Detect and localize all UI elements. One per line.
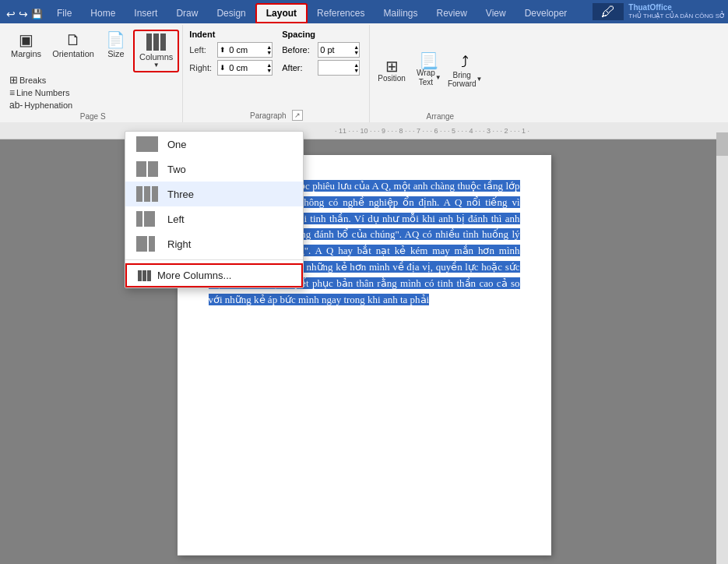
page-setup-label: Page S bbox=[6, 111, 179, 121]
spacing-before-down-btn[interactable]: ▼ bbox=[353, 50, 359, 55]
bring-forward-label: Bring Forward bbox=[448, 71, 477, 88]
columns-button[interactable]: Columns ▼ bbox=[133, 30, 179, 72]
orientation-button[interactable]: 🗋 Orientation bbox=[47, 30, 99, 61]
wrap-text-arrow: ▼ bbox=[435, 74, 441, 82]
bring-forward-icon: ⤴ bbox=[461, 53, 469, 71]
tab-bar: ↩ ↪ 💾 File Home Insert Draw Design Layou… bbox=[0, 0, 728, 23]
undo-icon[interactable]: ↩ bbox=[6, 8, 16, 20]
ribbon-group-arrange: ⊞ Position 📃 Wrap Text ▼ ⤴ Bring Forward… bbox=[370, 25, 510, 122]
indent-left-input[interactable] bbox=[227, 43, 266, 57]
columns-two-item[interactable]: Two bbox=[125, 157, 303, 182]
columns-three-label: Three bbox=[167, 189, 194, 200]
hyphenation-button[interactable]: Hyphenation bbox=[24, 100, 72, 110]
tab-home[interactable]: Home bbox=[81, 3, 125, 23]
indent-left-down-btn[interactable]: ▼ bbox=[266, 50, 272, 55]
one-col-icon bbox=[136, 136, 158, 152]
tab-design[interactable]: Design bbox=[207, 3, 255, 23]
spacing-before-label: Before: bbox=[282, 45, 315, 55]
columns-right-item[interactable]: Right bbox=[125, 231, 303, 256]
tab-mailings[interactable]: Mailings bbox=[374, 3, 427, 23]
indent-right-label: Right: bbox=[189, 63, 214, 72]
more-columns-item[interactable]: More Columns... bbox=[125, 263, 303, 287]
spacing-after-label: After: bbox=[282, 63, 315, 72]
indent-right-arrow: ⬇ bbox=[218, 64, 227, 72]
columns-dropdown: One Two Three Left bbox=[125, 131, 304, 288]
columns-dropdown-arrow: ▼ bbox=[153, 62, 160, 69]
save-icon[interactable]: 💾 bbox=[31, 9, 43, 19]
size-button[interactable]: 📄 Size bbox=[100, 30, 132, 61]
paragraph-expand-btn[interactable]: ↗ bbox=[292, 110, 303, 121]
columns-left-label: Left bbox=[167, 213, 185, 225]
tab-developer[interactable]: Developer bbox=[515, 3, 577, 23]
spacing-before-input[interactable] bbox=[318, 43, 353, 57]
wrap-text-icon: 📃 bbox=[419, 53, 438, 69]
position-button[interactable]: ⊞ Position bbox=[373, 56, 410, 85]
tab-draw[interactable]: Draw bbox=[167, 3, 207, 23]
tab-review[interactable]: Review bbox=[427, 3, 476, 23]
logo-text: ThuatOffice bbox=[628, 3, 725, 12]
tab-insert[interactable]: Insert bbox=[125, 3, 167, 23]
more-columns-label: More Columns... bbox=[157, 270, 231, 281]
columns-three-item[interactable]: Three bbox=[125, 182, 303, 206]
line-numbers-icon: ≡ bbox=[9, 87, 15, 98]
indent-right-down-btn[interactable]: ▼ bbox=[266, 68, 272, 73]
margins-button[interactable]: ▣ Margins bbox=[6, 30, 46, 61]
hyphenation-icon: ab- bbox=[9, 100, 23, 111]
three-col-icon bbox=[136, 186, 158, 202]
two-col-icon bbox=[136, 161, 158, 177]
wrap-text-button[interactable]: Wrap Text ▼ bbox=[413, 69, 445, 87]
columns-one-item[interactable]: One bbox=[125, 132, 303, 157]
tab-view[interactable]: View bbox=[477, 3, 515, 23]
position-icon: ⊞ bbox=[385, 58, 399, 74]
orientation-icon: 🗋 bbox=[65, 32, 81, 48]
columns-icon bbox=[146, 33, 166, 51]
tab-references[interactable]: References bbox=[308, 3, 374, 23]
wrap-text-label: Wrap Text bbox=[417, 69, 435, 87]
dropdown-separator bbox=[125, 259, 303, 260]
right-col-icon bbox=[136, 236, 158, 252]
tab-layout[interactable]: Layout bbox=[255, 3, 308, 23]
columns-two-label: Two bbox=[167, 164, 186, 175]
indent-header: Indent bbox=[189, 30, 273, 39]
spacing-header: Spacing bbox=[282, 30, 360, 39]
margins-icon: ▣ bbox=[19, 32, 33, 48]
columns-left-item[interactable]: Left bbox=[125, 206, 303, 231]
paragraph-label: Paragraph ↗ bbox=[186, 108, 366, 121]
logo-sub: THỦ THUẬT CỦA DÂN CÔNG SỞ bbox=[628, 12, 725, 20]
bring-forward-arrow: ▼ bbox=[477, 76, 483, 83]
document-area: Câu chuyện kể lại cuộc phiêu lưu của A Q… bbox=[0, 139, 728, 564]
vertical-scrollbar[interactable] bbox=[716, 132, 728, 564]
ribbon-group-paragraph: Indent Left: ⬆ ▲ ▼ Right: bbox=[183, 25, 370, 122]
spacing-after-input[interactable] bbox=[318, 61, 353, 75]
left-col-icon bbox=[136, 211, 158, 227]
columns-one-label: One bbox=[167, 139, 187, 150]
spacing-before-up-btn[interactable]: ▲ bbox=[353, 44, 359, 50]
breaks-button[interactable]: Breaks bbox=[19, 76, 46, 85]
arrange-label: Arrange bbox=[373, 111, 507, 121]
ribbon-group-page-setup: ▣ Margins 🗋 Orientation 📄 Size bbox=[3, 25, 183, 122]
size-icon: 📄 bbox=[106, 32, 125, 48]
indent-left-arrow-up: ⬆ bbox=[218, 46, 227, 54]
tab-file[interactable]: File bbox=[47, 3, 81, 23]
more-columns-icon bbox=[138, 270, 151, 281]
ruler: · 11 · · · 10 · · · 9 · · · 8 · · · 7 · … bbox=[0, 122, 728, 139]
indent-left-up-btn[interactable]: ▲ bbox=[266, 44, 272, 50]
spacing-after-down-btn[interactable]: ▼ bbox=[353, 68, 359, 73]
line-numbers-button[interactable]: Line Numbers bbox=[16, 88, 69, 97]
indent-left-label: Left: bbox=[189, 45, 214, 55]
ribbon: ▣ Margins 🗋 Orientation 📄 Size bbox=[0, 23, 728, 122]
indent-right-input[interactable] bbox=[227, 61, 266, 75]
spacing-after-up-btn[interactable]: ▲ bbox=[353, 62, 359, 68]
breaks-icon: ⊞ bbox=[9, 74, 18, 86]
bring-forward-button[interactable]: Bring Forward ▼ bbox=[448, 71, 483, 88]
indent-right-up-btn[interactable]: ▲ bbox=[266, 62, 272, 68]
redo-icon[interactable]: ↪ bbox=[19, 8, 28, 20]
columns-right-label: Right bbox=[167, 238, 191, 250]
